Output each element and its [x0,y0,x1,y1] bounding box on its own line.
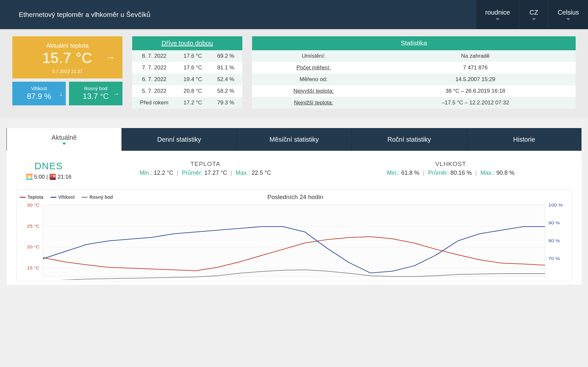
hum-max-label: Max.: [480,170,495,176]
separator: | [231,170,232,176]
current-timestamp: 9.7.2022 21:37 [16,69,119,74]
hum-avg-label: Průměr: [428,170,449,176]
table-row[interactable]: Nejnižší teplota: –17.5 °C – 12.2.2012 0… [252,97,576,109]
stats-label: Nejnižší teplota: [252,97,375,109]
temp-stats-line: Min.: 12.2 °C | Průměr: 17.27 °C | Max.:… [84,170,327,176]
separator: | [46,174,49,180]
temp-stats: TEPLOTA Min.: 12.2 °C | Průměr: 17.27 °C… [84,160,327,176]
menu-unit[interactable]: Celsius [548,0,588,29]
hist-temp: 17.6 °C [176,50,209,62]
stats-header: Statistika [252,36,576,50]
legend-dew-label: Rosný bod [89,195,113,200]
separator: | [475,170,477,176]
svg-text:25 °C: 25 °C [27,224,40,229]
svg-text:30 °C: 30 °C [27,203,40,207]
menu-unit-label: Celsius [558,9,579,16]
sun-times: 🌅 5:00 | 🌇 21:16 [16,173,81,180]
stats-label: Počet měření: [252,62,375,74]
dewpoint-card[interactable]: Rosný bod 13.7 °C → [69,82,122,105]
table-row[interactable]: Měřeno od: 14.5.2007 15:29 [252,74,576,85]
tab-roční-statistiky[interactable]: Roční statistiky [352,128,467,151]
temp-stats-title: TEPLOTA [84,160,327,168]
table-row[interactable]: 8. 7. 2022 17.6 °C 69.2 % [132,50,242,62]
legend-hum-label: Vlhkost [58,195,75,200]
hist-date: 5. 7. 2022 [132,85,176,97]
table-row[interactable]: 6. 7. 2022 19.4 °C 52.4 % [132,74,242,85]
sunset-time: 21:16 [58,174,72,180]
table-row[interactable]: Nejvyšší teplota: 38 °C – 26.6.2019 16:1… [252,85,576,97]
chevron-down-icon [532,18,536,20]
svg-text:80 %: 80 % [548,239,560,243]
history-header[interactable]: Dříve touto dobou [132,36,242,50]
hum-min-value: 61.8 % [401,170,419,176]
hist-date: 8. 7. 2022 [132,50,176,62]
chart-legend: Teplota Vlhkost Rosný bod Posledních 24 … [20,194,568,201]
stats-value: 14.5.2007 15:29 [375,74,576,85]
hist-temp: 19.4 °C [176,74,209,85]
humidity-value: 87.9 % [14,92,64,101]
sunrise-time: 5:00 [34,174,45,180]
chart-container: Teplota Vlhkost Rosný bod Posledních 24 … [16,189,572,281]
tabs: AktuálněDenní statistikyMěsíční statisti… [6,128,582,151]
tab-label: Historie [513,136,535,143]
svg-text:20 °C: 20 °C [27,245,40,249]
humidity-card[interactable]: Vlhkost 87.9 % ↓ [12,82,66,105]
hist-temp: 20.8 °C [176,85,209,97]
stats-table: Statistika Umístění: Na zahraděPočet měř… [252,36,576,109]
menu-location-label: roudnice [485,9,510,16]
arrow-right-icon: → [113,90,119,97]
svg-text:100 %: 100 % [548,203,563,207]
stats-label: Měřeno od: [252,74,375,85]
table-row[interactable]: Počet měření: 7 471 876 [252,62,576,74]
hist-date: 7. 7. 2022 [132,62,176,74]
sub-cards: Vlhkost 87.9 % ↓ Rosný bod 13.7 °C → [12,82,122,105]
tab-label: Měsíční statistiky [270,136,319,143]
line-chart[interactable]: 15 °C20 °C25 °C30 °C70 %80 %90 %100 % [20,202,568,280]
table-row[interactable]: 7. 7. 2022 17.6 °C 81.1 % [132,62,242,74]
separator: | [177,170,179,176]
temp-min-label: Min.: [140,170,152,176]
legend-temp[interactable]: Teplota [20,195,43,200]
menu-language[interactable]: CZ [519,0,548,29]
stats-label: Nejvyšší teplota: [252,85,375,97]
current-temp-label: Aktuální teplota [16,42,119,49]
hum-avg-value: 80.16 % [450,170,472,176]
temp-avg-label: Průměr: [182,170,203,176]
tab-aktuálně[interactable]: Aktuálně [6,128,121,151]
today-block: DNES 🌅 5:00 | 🌇 21:16 [16,160,81,180]
hum-max-value: 90.8 % [496,170,514,176]
hum-stats-line: Min.: 61.8 % | Průměr: 80.16 % | Max.: 9… [330,170,572,176]
tab-měsíční-statistiky[interactable]: Měsíční statistiky [236,128,352,151]
stats-value: –17.5 °C – 12.2.2012 07:32 [375,97,576,109]
current-temp-card[interactable]: Aktuální teplota 15.7 °C 9.7.2022 21:37 … [12,36,122,78]
main-section: AktuálněDenní statistikyMěsíční statisti… [0,128,588,285]
stats-value: 7 471 876 [375,62,576,74]
current-column: Aktuální teplota 15.7 °C 9.7.2022 21:37 … [12,36,122,109]
temp-max-value: 22.5 °C [252,170,271,176]
tab-historie[interactable]: Historie [467,128,582,151]
history-table: Dříve touto dobou 8. 7. 2022 17.6 °C 69.… [132,36,242,109]
separator: | [423,170,425,176]
menu-language-label: CZ [530,9,538,16]
page-title: Ethernetový teploměr a vlhkoměr u Ševčík… [0,0,476,29]
menu-location[interactable]: roudnice [476,0,519,29]
temp-avg-value: 17.27 °C [204,170,227,176]
chart-title: Posledních 24 hodin [120,194,470,201]
sunrise-icon: 🌅 [26,174,33,180]
temp-min-value: 12.2 °C [154,170,173,176]
legend-hum[interactable]: Vlhkost [51,195,75,200]
hist-hum: 81.1 % [209,62,242,74]
stats-label: Umístění: [252,50,375,62]
legend-dew[interactable]: Rosný bod [82,195,113,200]
tab-label: Denní statistiky [157,136,201,143]
table-row[interactable]: Umístění: Na zahradě [252,50,576,62]
hist-hum: 69.2 % [209,50,242,62]
table-row[interactable]: Před rokem 17.2 °C 79.3 % [132,97,242,109]
app-header: Ethernetový teploměr a vlhkoměr u Ševčík… [0,0,588,29]
hum-stats: VLHKOST Min.: 61.8 % | Průměr: 80.16 % |… [330,160,572,176]
tab-denní-statistiky[interactable]: Denní statistiky [121,128,236,151]
humidity-label: Vlhkost [14,86,64,91]
svg-text:70 %: 70 % [548,256,560,261]
arrow-down-icon: ↓ [59,90,63,97]
table-row[interactable]: 5. 7. 2022 20.8 °C 58.2 % [132,85,242,97]
